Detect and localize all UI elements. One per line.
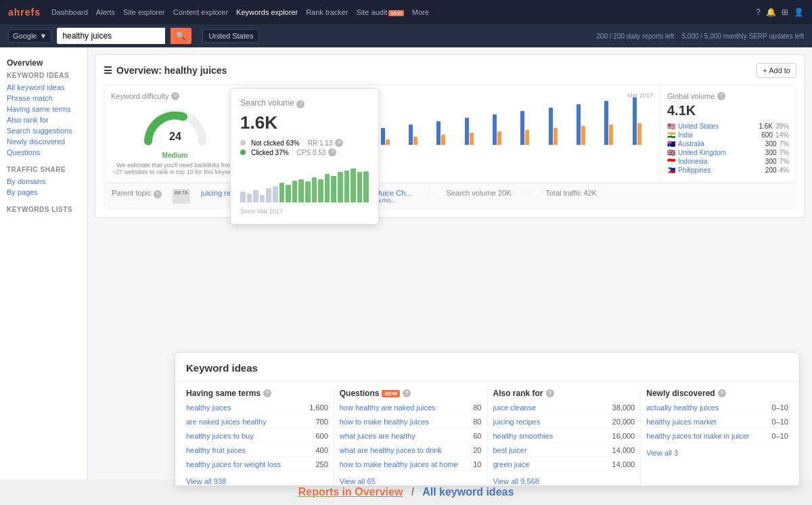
ki-num-hst-1: 1,600 (309, 403, 328, 412)
ki-row-hst-1: healthy juices 1,600 (186, 403, 328, 414)
bell-icon[interactable]: 🔔 (766, 7, 776, 17)
bar-group-9 (595, 103, 622, 145)
country-flag: 🇮🇩 (667, 158, 675, 165)
nav-item-keywords-explorer[interactable]: Keywords explorer (236, 8, 298, 16)
country-name[interactable]: Australia (678, 140, 765, 148)
ki-link-hst-2[interactable]: are naked juices healthy (186, 418, 310, 426)
questions-new-badge: NEW (382, 390, 400, 397)
country-pct: 7% (780, 140, 789, 148)
ki-link-hst-1[interactable]: healthy juices (186, 403, 304, 412)
country-row-united-kingdom: 🇬🇧 United Kingdom 300 7% (667, 149, 789, 156)
ki-link-q-4[interactable]: what are healthy juices to drink (340, 446, 468, 454)
ki-view-all-arf[interactable]: View all 9,568 (493, 475, 635, 485)
sidebar-item-phrase-match[interactable]: Phrase match (7, 93, 81, 104)
orange-bar-5 (497, 131, 501, 145)
bar-group-6 (512, 103, 538, 145)
ki-link-hst-5[interactable]: healthy juices for weight loss (186, 460, 310, 468)
ki-link-arf-1[interactable]: juice cleanse (493, 403, 607, 412)
sv-bar-14 (331, 176, 336, 202)
nav-item-dashboard[interactable]: Dashboard (51, 8, 88, 16)
ki-row-hst-5: healthy juices for weight loss 250 (186, 460, 328, 471)
sidebar-item-newly-discovered[interactable]: Newly discovered (7, 136, 81, 147)
ki-link-nd-2[interactable]: healthy juices market (646, 418, 766, 426)
country-row-indonesia: 🇮🇩 Indonesia 300 7% (667, 158, 789, 165)
cps-info-icon[interactable]: ? (328, 148, 336, 156)
country-pct: 39% (775, 123, 789, 130)
ki-link-q-2[interactable]: how to make healthy juices (340, 418, 468, 426)
ki-link-nd-1[interactable]: actually healthy juices (646, 403, 766, 412)
sv-stats: Not clicked 63% RR 1.13 ? Clicked 37% CP… (240, 139, 369, 156)
nav-item-alerts[interactable]: Alerts (96, 8, 115, 16)
ki-view-all-hst[interactable]: View all 938 (186, 475, 328, 485)
sidebar-item-by-pages[interactable]: By pages (7, 187, 81, 198)
ki-link-nd-3[interactable]: healthy juices toi make in juicer (646, 432, 766, 440)
sidebar-overview[interactable]: Overview (0, 54, 87, 72)
ki-num-q-4: 20 (473, 446, 481, 454)
search-button[interactable]: 🔍 (171, 28, 191, 44)
sidebar-item-questions[interactable]: Questions (7, 147, 81, 158)
sv-bar-7 (286, 185, 291, 202)
search-input[interactable] (57, 28, 165, 44)
ki-col-nd-title: Newly discovered ? (646, 389, 788, 398)
help-icon[interactable]: ? (756, 7, 761, 17)
sidebar-item-also-rank-for[interactable]: Also rank for (7, 114, 81, 125)
ki-link-arf-5[interactable]: green juice (493, 460, 607, 468)
ki-link-arf-3[interactable]: healthy smoothies (493, 432, 607, 440)
country-pct: 7% (780, 158, 789, 165)
rr-label: RR 1.13 (308, 139, 333, 147)
footer-reports-link[interactable]: Reports in Overview (298, 486, 403, 498)
window-icon[interactable]: ⊞ (782, 7, 788, 17)
ki-link-q-3[interactable]: what juices are healthy (340, 432, 468, 440)
country-name[interactable]: Indonesia (678, 158, 765, 165)
country-name[interactable]: Philippines (678, 167, 765, 174)
country-name[interactable]: India (678, 131, 761, 139)
sidebar-item-having-same-terms[interactable]: Having same terms (7, 104, 81, 114)
country-row-united-states: 🇺🇸 United States 1.6K 39% (667, 123, 789, 130)
nav-item-content-explorer[interactable]: Content explorer (173, 8, 228, 16)
country-name[interactable]: United States (678, 123, 759, 130)
ki-view-all-nd[interactable]: View all 3 (646, 446, 788, 457)
country-row-australia: 🇦🇺 Australia 300 7% (667, 140, 789, 148)
overview-title: ☰ Overview: healthy juices (104, 65, 227, 76)
bar-group-10 (624, 103, 650, 145)
rr-info-icon[interactable]: ? (335, 139, 343, 147)
country-selector[interactable]: United States (202, 29, 259, 43)
ki-link-q-5[interactable]: how to make healthy juices at home (340, 460, 468, 468)
kd-info-icon[interactable]: ? (171, 92, 179, 100)
ki-num-arf-2: 20,000 (612, 418, 635, 426)
blue-bar-1 (381, 128, 385, 145)
ki-col-arf-title: Also rank for ? (493, 389, 635, 398)
search-engine-selector[interactable]: Google ▼ (8, 29, 51, 43)
questions-info-icon[interactable]: ? (403, 389, 411, 397)
nav-item-site-explorer[interactable]: Site explorer (123, 8, 165, 16)
ki-row-q-3: what juices are healthy 60 (340, 432, 482, 443)
add-to-button[interactable]: + Add to (757, 63, 796, 78)
ki-link-hst-4[interactable]: healthy fruit juices (186, 446, 310, 454)
ki-link-q-1[interactable]: how healthy are naked juices (340, 403, 468, 412)
arf-info-icon[interactable]: ? (546, 389, 554, 397)
ki-link-arf-2[interactable]: juicing recipes (493, 418, 607, 426)
having-same-terms-info-icon[interactable]: ? (263, 389, 271, 397)
sidebar-item-all-keyword-ideas[interactable]: All keyword ideas (7, 82, 81, 93)
user-icon[interactable]: 👤 (794, 7, 804, 17)
gv-info-icon[interactable]: ? (717, 92, 725, 100)
sidebar-item-search-suggestions[interactable]: Search suggestions (7, 125, 81, 136)
bar-group-8 (568, 103, 594, 145)
nav-item-site-audit[interactable]: Site auditNEW (357, 8, 404, 16)
country-name[interactable]: United Kingdom (678, 149, 765, 156)
nd-info-icon[interactable]: ? (718, 389, 726, 397)
nav-item-more[interactable]: More (412, 8, 429, 16)
sidebar-item-by-domains[interactable]: By domains (7, 176, 81, 187)
ki-row-arf-2: juicing recipes 20,000 (493, 418, 635, 429)
orange-bar-4 (470, 133, 474, 145)
ki-view-all-q[interactable]: View all 65 (340, 475, 482, 485)
nav-item-rank-tracker[interactable]: Rank tracker (306, 8, 348, 16)
kd-label: Keyword difficulty (111, 92, 168, 100)
footer-all-keyword-ideas[interactable]: All keyword ideas (422, 486, 514, 498)
keyword-ideas-group-title: KEYWORD IDEAS (7, 72, 81, 79)
ki-link-hst-3[interactable]: healthy juices to buy (186, 432, 310, 440)
ki-link-arf-4[interactable]: best juicer (493, 446, 607, 454)
sv-info-icon[interactable]: ? (296, 100, 304, 108)
bar-chart (341, 100, 653, 148)
search-bar: Google ▼ 🔍 United States 200 / 200 daily… (0, 24, 812, 47)
